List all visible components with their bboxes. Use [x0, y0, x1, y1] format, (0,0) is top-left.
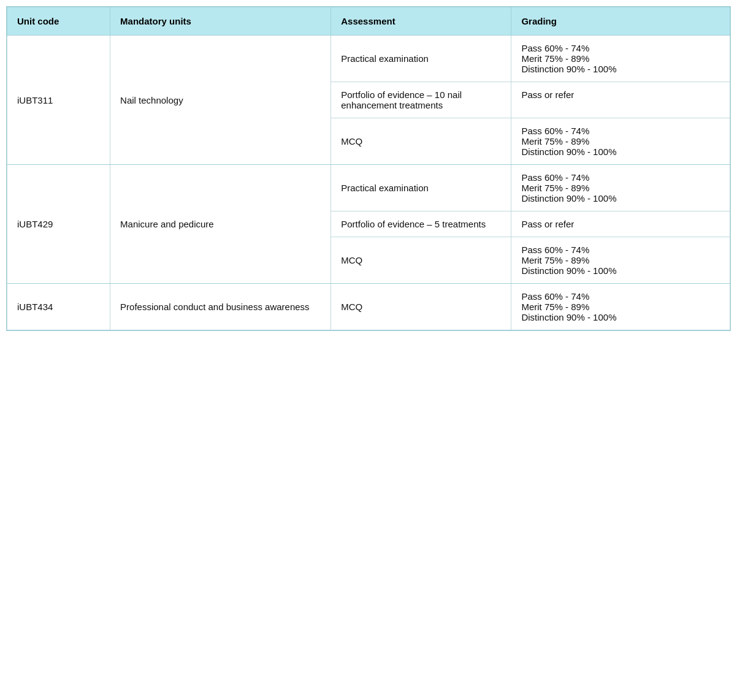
grading-cell: Pass 60% - 74%Merit 75% - 89%Distinction… [511, 237, 730, 284]
grading-cell: Pass 60% - 74%Merit 75% - 89%Distinction… [511, 36, 730, 82]
assessment-cell: Practical examination [331, 36, 511, 82]
table-header-row: Unit code Mandatory units Assessment Gra… [7, 7, 730, 36]
assessment-cell: MCQ [331, 118, 511, 165]
header-mandatory-units: Mandatory units [110, 7, 331, 36]
table-row: iUBT434Professional conduct and business… [7, 284, 730, 330]
grading-cell: Pass or refer [511, 211, 730, 237]
assessment-cell: Practical examination [331, 165, 511, 211]
assessment-cell: Portfolio of evidence – 10 nail enhancem… [331, 82, 511, 118]
header-grading: Grading [511, 7, 730, 36]
table-row: iUBT429Manicure and pedicurePractical ex… [7, 165, 730, 211]
grading-cell: Pass or refer [511, 82, 730, 118]
qualification-table: Unit code Mandatory units Assessment Gra… [7, 7, 730, 330]
header-assessment: Assessment [331, 7, 511, 36]
header-unit-code: Unit code [7, 7, 110, 36]
mandatory-unit-cell: Professional conduct and business awaren… [110, 284, 331, 330]
assessment-cell: MCQ [331, 237, 511, 284]
table-row: iUBT311Nail technologyPractical examinat… [7, 36, 730, 82]
grading-cell: Pass 60% - 74%Merit 75% - 89%Distinction… [511, 284, 730, 330]
assessment-cell: MCQ [331, 284, 511, 330]
unit-code-cell: iUBT311 [7, 36, 110, 165]
unit-code-cell: iUBT434 [7, 284, 110, 330]
assessment-cell: Portfolio of evidence – 5 treatments [331, 211, 511, 237]
mandatory-unit-cell: Manicure and pedicure [110, 165, 331, 284]
mandatory-unit-cell: Nail technology [110, 36, 331, 165]
main-table-container: Unit code Mandatory units Assessment Gra… [6, 6, 731, 331]
grading-cell: Pass 60% - 74%Merit 75% - 89%Distinction… [511, 165, 730, 211]
grading-cell: Pass 60% - 74%Merit 75% - 89%Distinction… [511, 118, 730, 165]
unit-code-cell: iUBT429 [7, 165, 110, 284]
